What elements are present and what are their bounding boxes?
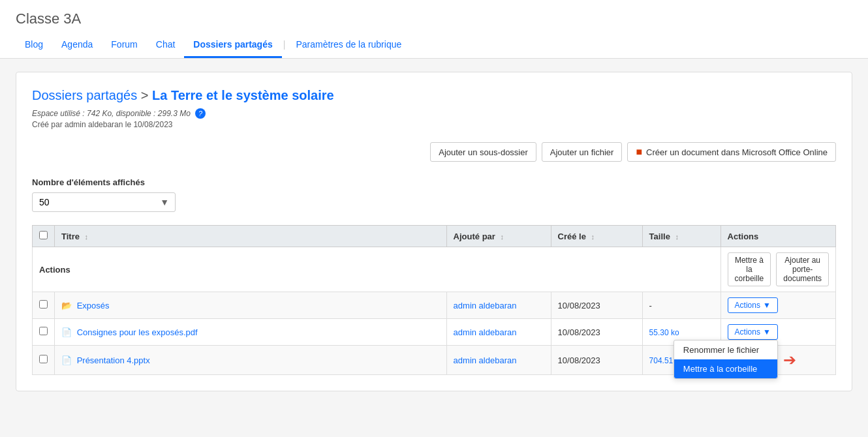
row2-actions-cell: Actions ▼ Renommer le fichier Mettre à l… <box>721 319 835 346</box>
row1-actions-cell: Actions ▼ <box>721 292 835 319</box>
row1-actions-dropdown: Actions ▼ <box>728 297 778 313</box>
breadcrumb-separator: > <box>141 88 152 102</box>
elements-label: Nombre d'éléments affichés <box>32 177 836 187</box>
row1-title-link[interactable]: Exposés <box>77 301 110 310</box>
row3-checkbox[interactable] <box>39 355 48 363</box>
row1-created-cell: 10/08/2023 <box>551 292 642 319</box>
breadcrumb: Dossiers partagés > La Terre et le systè… <box>32 88 836 103</box>
files-table: Titre ↕ Ajouté par ↕ Créé le ↕ Taille ↕ <box>32 225 836 375</box>
row2-checkbox[interactable] <box>39 327 48 335</box>
actions-bar-buttons: Mettre à la corbeille Ajouter au porte-d… <box>728 252 829 286</box>
actions-bar-label: Actions <box>33 247 721 292</box>
row2-dropdown-arrow-icon: ▼ <box>763 327 771 337</box>
row1-checkbox[interactable] <box>39 300 48 309</box>
breadcrumb-current: La Terre et le système solaire <box>152 88 334 102</box>
folder-icon: 📂 <box>61 301 72 310</box>
row2-created-cell: 10/08/2023 <box>551 319 642 346</box>
row2-size-link[interactable]: 55.30 ko <box>649 328 679 337</box>
th-actions: Actions <box>721 226 835 247</box>
elements-select-wrapper: 10 20 50 100 ▼ <box>32 192 176 212</box>
row2-checkbox-cell <box>33 319 55 346</box>
tab-blog[interactable]: Blog <box>16 34 52 58</box>
nav-tabs: Blog Agenda Forum Chat Dossiers partagés… <box>16 34 852 58</box>
tab-agenda[interactable]: Agenda <box>52 34 102 58</box>
actions-bar-buttons-cell: Mettre à la corbeille Ajouter au porte-d… <box>721 247 835 292</box>
office-icon: ■ <box>636 146 642 158</box>
table-row: 📂 Exposés admin aldebaran 10/08/2023 - A… <box>33 292 836 319</box>
tab-chat[interactable]: Chat <box>147 34 185 58</box>
created-info: Créé par admin aldebaran le 10/08/2023 <box>32 120 836 129</box>
main-content: Dossiers partagés > La Terre et le systè… <box>0 59 868 404</box>
pptx-icon: 📄 <box>61 355 72 365</box>
row1-added-cell: admin aldebaran <box>446 292 551 319</box>
page-title: Classe 3A <box>16 10 852 27</box>
th-checkbox <box>33 226 55 247</box>
sort-created-icon[interactable]: ↕ <box>591 233 595 241</box>
sort-title-icon[interactable]: ↕ <box>85 233 89 241</box>
row3-added-link[interactable]: admin aldebaran <box>454 355 517 365</box>
row1-size-cell: - <box>642 292 721 319</box>
rename-file-item[interactable]: Renommer le fichier <box>674 340 777 359</box>
tab-dossiers[interactable]: Dossiers partagés <box>184 34 281 58</box>
row2-actions-dropdown: Actions ▼ Renommer le fichier Mettre à l… <box>728 324 778 340</box>
arrow-indicator-icon: ➔ <box>783 351 796 369</box>
mettre-corbeille-group-button[interactable]: Mettre à la corbeille <box>728 252 771 286</box>
action-buttons-bar: Ajouter un sous-dossier Ajouter un fichi… <box>32 142 836 162</box>
help-icon[interactable]: ? <box>195 108 206 119</box>
row3-title-link[interactable]: Présentation 4.pptx <box>77 355 150 365</box>
create-office-button[interactable]: ■ Créer un document dans Microsoft Offic… <box>627 142 836 162</box>
th-size: Taille ↕ <box>642 226 721 247</box>
porte-documents-group-button[interactable]: Ajouter au porte-documents <box>776 252 829 286</box>
row2-actions-button[interactable]: Actions ▼ <box>728 324 778 340</box>
tab-parametres[interactable]: Paramètres de la rubrique <box>287 34 411 58</box>
row3-added-cell: admin aldebaran <box>446 346 551 375</box>
breadcrumb-parent[interactable]: Dossiers partagés <box>32 88 137 102</box>
row3-created-cell: 10/08/2023 <box>551 346 642 375</box>
row1-actions-button[interactable]: Actions ▼ <box>728 297 778 313</box>
row1-dropdown-arrow-icon: ▼ <box>763 301 771 310</box>
table-row: 📄 Consignes pour les exposés.pdf admin a… <box>33 319 836 346</box>
content-card: Dossiers partagés > La Terre et le systè… <box>16 72 852 391</box>
tab-forum[interactable]: Forum <box>102 34 146 58</box>
select-all-checkbox[interactable] <box>39 231 48 239</box>
th-title: Titre ↕ <box>55 226 447 247</box>
add-file-button[interactable]: Ajouter un fichier <box>542 142 623 162</box>
row2-added-link[interactable]: admin aldebaran <box>454 327 517 337</box>
tab-separator: | <box>283 34 286 58</box>
row1-checkbox-cell <box>33 292 55 319</box>
page-header: Classe 3A Blog Agenda Forum Chat Dossier… <box>0 0 868 59</box>
pdf-icon: 📄 <box>61 327 72 337</box>
space-info: Espace utilisé : 742 Ko, disponible : 29… <box>32 108 836 119</box>
sort-size-icon[interactable]: ↕ <box>675 233 679 241</box>
row1-title-cell: 📂 Exposés <box>55 292 447 319</box>
row2-added-cell: admin aldebaran <box>446 319 551 346</box>
row2-title-link[interactable]: Consignes pour les exposés.pdf <box>77 327 198 337</box>
row2-dropdown-menu: Renommer le fichier Mettre à la corbeill… <box>674 340 778 379</box>
sort-added-icon[interactable]: ↕ <box>501 233 504 241</box>
th-added: Ajouté par ↕ <box>446 226 551 247</box>
row2-title-cell: 📄 Consignes pour les exposés.pdf <box>55 319 447 346</box>
add-subfolder-button[interactable]: Ajouter un sous-dossier <box>430 142 536 162</box>
row3-title-cell: 📄 Présentation 4.pptx <box>55 346 447 375</box>
elements-select[interactable]: 10 20 50 100 <box>32 192 176 212</box>
th-created: Créé le ↕ <box>551 226 642 247</box>
delete-file-item[interactable]: Mettre à la corbeille <box>674 359 777 378</box>
row1-added-link[interactable]: admin aldebaran <box>454 301 517 310</box>
row3-checkbox-cell <box>33 346 55 375</box>
table-actions-bar-row: Actions Mettre à la corbeille Ajouter au… <box>33 247 836 292</box>
